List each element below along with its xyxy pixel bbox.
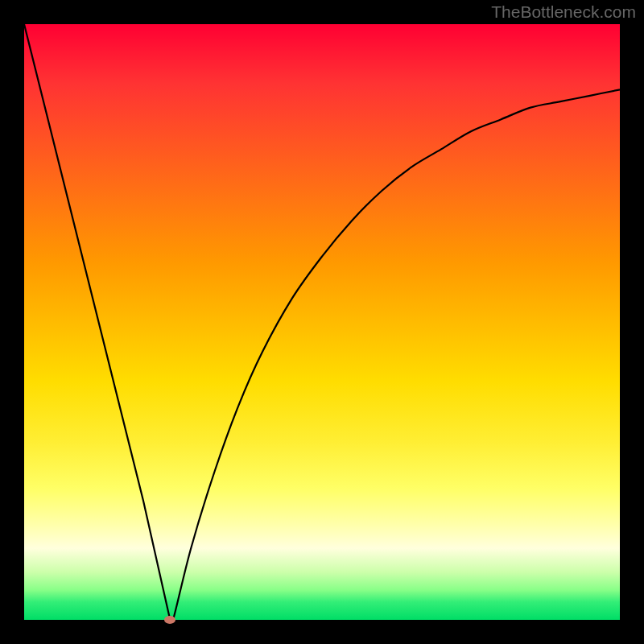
minimum-marker — [164, 616, 175, 624]
watermark-text: TheBottleneck.com — [491, 2, 636, 22]
bottleneck-curve-path — [24, 24, 620, 625]
curve-svg — [24, 24, 620, 620]
chart-frame: TheBottleneck.com — [0, 0, 644, 644]
